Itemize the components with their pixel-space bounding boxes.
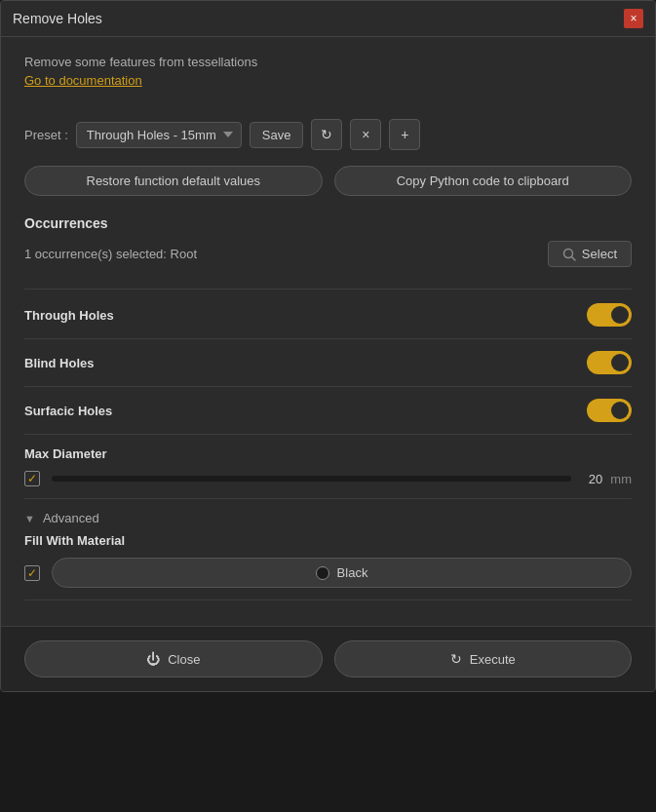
occurrences-title: Occurrences <box>24 215 632 231</box>
execute-refresh-icon: ↻ <box>450 651 462 667</box>
diameter-row: ✓ 20 mm <box>24 471 632 486</box>
through-holes-label: Through Holes <box>24 308 114 323</box>
save-button[interactable]: Save <box>250 122 304 148</box>
max-diameter-title: Max Diameter <box>24 446 632 461</box>
fill-material-checkbox[interactable]: ✓ <box>24 565 40 581</box>
preset-row: Preset : Through Holes - 15mm Custom Sav… <box>24 119 632 150</box>
occurrences-text: 1 occurrence(s) selected: Root <box>24 247 197 261</box>
content-area: Remove some features from tessellations … <box>1 37 655 618</box>
svg-line-1 <box>571 256 575 260</box>
preset-label: Preset : <box>24 128 68 142</box>
max-diameter-checkbox[interactable]: ✓ <box>24 471 40 486</box>
add-button[interactable]: + <box>389 119 420 150</box>
occurrences-section: Occurrences 1 occurrence(s) selected: Ro… <box>24 215 632 277</box>
doc-link[interactable]: Go to documentation <box>24 73 142 88</box>
main-window: Remove Holes × Remove some features from… <box>0 0 656 692</box>
surfacic-holes-track <box>587 399 632 422</box>
fill-material-title: Fill With Material <box>24 533 632 548</box>
blind-holes-toggle[interactable] <box>587 351 632 374</box>
add-icon: + <box>401 127 408 142</box>
clear-icon: × <box>362 127 369 142</box>
diameter-value: 20 <box>579 472 602 486</box>
material-name: Black <box>337 565 368 580</box>
diameter-slider[interactable] <box>52 476 571 482</box>
through-holes-track <box>587 303 632 327</box>
power-icon: ⏻ <box>146 651 160 667</box>
refresh-icon: ↻ <box>321 127 332 142</box>
search-icon <box>562 248 576 261</box>
window-close-button[interactable]: × <box>624 9 643 28</box>
surfacic-holes-thumb <box>611 402 629 419</box>
advanced-row[interactable]: ▼ Advanced <box>24 499 632 533</box>
advanced-chevron-icon: ▼ <box>24 513 35 524</box>
copy-python-button[interactable]: Copy Python code to clipboard <box>334 166 633 196</box>
surfacic-holes-toggle[interactable] <box>587 399 632 422</box>
through-holes-thumb <box>611 306 629 324</box>
title-bar: Remove Holes × <box>1 1 655 37</box>
window-title: Remove Holes <box>13 11 102 26</box>
preset-select[interactable]: Through Holes - 15mm Custom <box>76 122 242 148</box>
restore-defaults-button[interactable]: Restore function default values <box>24 166 323 196</box>
footer: ⏻ Close ↻ Execute <box>1 626 655 691</box>
description-text: Remove some features from tessellations <box>24 55 632 69</box>
refresh-button[interactable]: ↻ <box>311 119 342 150</box>
surfacic-holes-row: Surfacic Holes <box>24 387 632 435</box>
surfacic-holes-label: Surfacic Holes <box>24 404 112 418</box>
close-button[interactable]: ⏻ Close <box>24 640 323 677</box>
execute-button[interactable]: ↻ Execute <box>334 640 633 677</box>
advanced-label: Advanced <box>43 511 99 525</box>
blind-holes-label: Blind Holes <box>24 356 95 370</box>
blind-holes-track <box>587 351 632 374</box>
max-diameter-section: Max Diameter ✓ 20 mm <box>24 435 632 499</box>
select-label: Select <box>582 247 617 261</box>
through-holes-row: Through Holes <box>24 291 632 339</box>
action-row: Restore function default values Copy Pyt… <box>24 166 632 196</box>
divider-1 <box>24 289 632 290</box>
material-color-dot <box>316 566 329 580</box>
select-button[interactable]: Select <box>548 241 632 267</box>
clear-button[interactable]: × <box>350 119 381 150</box>
diameter-input-wrap: 20 mm <box>52 472 632 486</box>
blind-holes-row: Blind Holes <box>24 339 632 387</box>
fill-material-section: Fill With Material ✓ Black <box>24 533 632 600</box>
material-select-button[interactable]: Black <box>52 558 632 588</box>
occurrences-row: 1 occurrence(s) selected: Root Select <box>24 241 632 277</box>
diameter-unit: mm <box>610 472 632 486</box>
fill-row: ✓ Black <box>24 558 632 588</box>
through-holes-toggle[interactable] <box>587 303 632 327</box>
close-label: Close <box>168 652 200 667</box>
execute-label: Execute <box>470 652 516 667</box>
blind-holes-thumb <box>611 354 629 371</box>
